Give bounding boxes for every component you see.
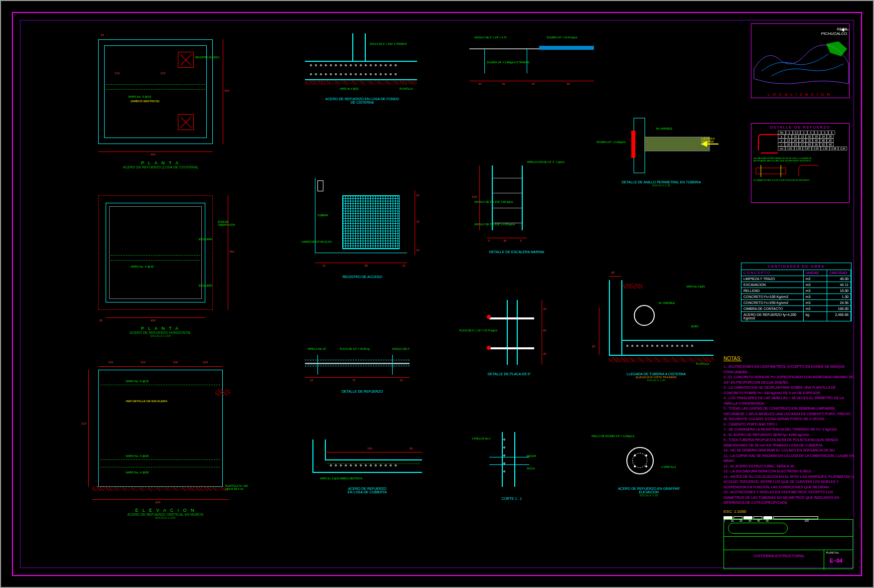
detail-placa: PLACA DE 6" x 1/2" = 42.70 kg/ml 20 60 2…	[459, 295, 559, 390]
planta1-title: P L A N T A	[78, 160, 243, 165]
title-block: CISTERNA-ESTRUCTURAL PLANO No. E–04	[724, 519, 853, 569]
detail-registro: TUBERIA LAMINA DE 1/4"=61.61 KG 10 80 10…	[297, 173, 427, 288]
svg-rect-2	[634, 118, 645, 173]
detail-cubierta: VARS No. 3 @15 AMBOS SENTIDOS 100 50 ACE…	[297, 435, 437, 509]
table-cantidades: CANTIDADES DE OBRA C O N C E P T O UNIDA…	[741, 263, 852, 321]
detail-resumen: VARILLA DE 1/2" PLACA DE 1/2" = 40.83 kg…	[292, 345, 432, 405]
map-ptar: PTARPICHUCALCO	[821, 27, 847, 36]
notas-block: NOTAS: 1.- ACOTACIONES EN CENTIMETROS, E…	[724, 355, 854, 523]
detail-graffar: ANILLO DE SOLERA 1/4" = 4.22kg/mL 4 VARS…	[591, 435, 706, 524]
svg-rect-6	[631, 131, 635, 158]
svg-rect-3	[645, 137, 710, 151]
detail-losa-fondo: ANCLA DE 3" x 3/16" 2 TRAMOS VARS No.4 @…	[292, 33, 432, 121]
detail-llegada: Ø= VARIABLE VARS No.4 @20 PLANTILLA MURO…	[584, 278, 728, 395]
detail-angulo: ANGULO DE 2" x 1/4" x 4.75 SOLERA 1/4" x…	[469, 36, 599, 96]
detail-anillo: SOLERA 1/4" = 2.22kg/mL Ø= VARIABLE LLEG…	[596, 113, 726, 198]
detail-escalera: VARILLA LISA DE 1/2" 3 : 1 kg/mL ANGULO …	[459, 160, 574, 275]
elevacion: 100 100 100 100 VARS No. 3 @15 VER DETAL…	[78, 362, 253, 527]
planta-losa: 100 100 VARS No. 3 @15 (AMBOS SENTIDOS) …	[78, 32, 243, 171]
planta2-title: P L A N T A	[78, 326, 243, 331]
detail-refuerzo-table: DETALLE DE REFUERZO No.22.534568 a610131…	[751, 123, 850, 203]
planta-horizontal: ZONA DE CIMENTACION ESCALERA ESCALERA VA…	[78, 190, 243, 340]
planta1-subtitle: ACERO DE REFUERZO (LOSA DE CISTERNA)	[78, 165, 243, 169]
location-map: PTARPICHUCALCO LOCALIZACION	[751, 23, 850, 98]
elev-title: E L E V A C I O N	[78, 508, 253, 513]
detail-corte: 3 ANILLOS No.4 MACIZA ANCLA CORTE 1 - 1	[467, 430, 557, 519]
drawing-sheet: PTARPICHUCALCO LOCALIZACION 100 100 VARS…	[0, 0, 874, 588]
svg-rect-7	[756, 168, 786, 174]
map-title: LOCALIZACION	[751, 92, 849, 97]
